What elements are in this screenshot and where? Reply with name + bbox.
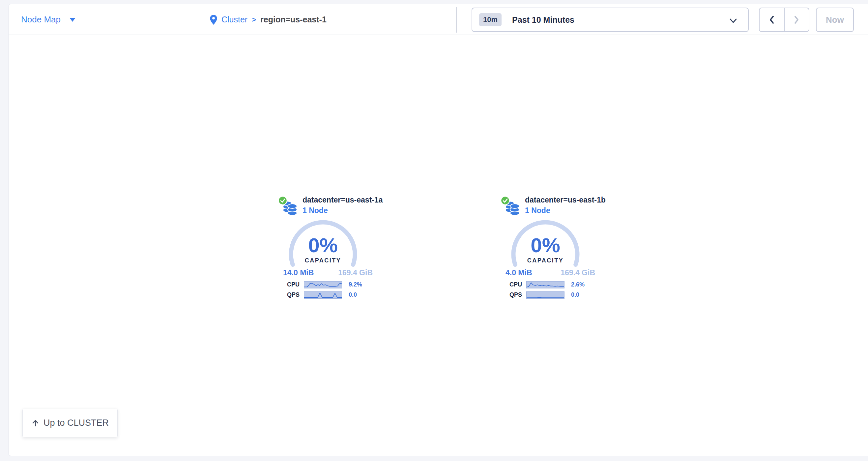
- cpu-value: 9.2%: [349, 281, 362, 288]
- capacity-used: 14.0 MiB: [283, 268, 314, 277]
- breadcrumb: Cluster > region=us-east-1: [210, 4, 327, 35]
- healthy-check-icon: [500, 196, 510, 205]
- header-divider: [457, 7, 457, 33]
- caret-down-icon: [69, 18, 75, 22]
- capacity-values-row: 4.0 MiB 169.4 GiB: [505, 268, 595, 277]
- up-to-cluster-label: Up to CLUSTER: [43, 418, 109, 428]
- page-header: Node Map Cluster > region=us-east-1 10m …: [8, 4, 868, 35]
- capacity-caption: CAPACITY: [290, 257, 356, 264]
- chevron-right-icon: [793, 14, 801, 25]
- now-button[interactable]: Now: [816, 7, 854, 32]
- cpu-label: CPU: [284, 281, 300, 288]
- qps-sparkline: [526, 291, 564, 299]
- cpu-sparkline: [304, 281, 342, 289]
- breadcrumb-separator: >: [252, 15, 256, 24]
- locality-node-count[interactable]: 1 Node: [525, 206, 550, 215]
- qps-metric-row: QPS 0.0: [284, 291, 390, 299]
- up-to-cluster-button[interactable]: Up to CLUSTER: [23, 409, 118, 437]
- locality-name: datacenter=us-east-1b: [525, 196, 606, 204]
- cpu-value: 2.6%: [571, 281, 585, 288]
- healthy-check-icon: [278, 196, 288, 205]
- breadcrumb-cluster-link[interactable]: Cluster: [221, 15, 247, 24]
- capacity-values-row: 14.0 MiB 169.4 GiB: [283, 268, 373, 277]
- time-window-badge: 10m: [479, 13, 501, 26]
- location-pin-icon: [210, 15, 217, 25]
- capacity-caption: CAPACITY: [513, 257, 578, 264]
- qps-metric-row: QPS 0.0: [507, 291, 612, 299]
- next-time-button[interactable]: [785, 8, 809, 31]
- now-button-label: Now: [826, 15, 844, 25]
- qps-sparkline: [304, 291, 342, 299]
- view-selector-dropdown[interactable]: Node Map: [21, 4, 75, 35]
- locality-card-us-east-1a[interactable]: datacenter=us-east-1a 1 Node 0% CAPACITY…: [277, 194, 392, 303]
- view-selector-label: Node Map: [21, 14, 61, 25]
- previous-time-button[interactable]: [760, 8, 785, 31]
- breadcrumb-current: region=us-east-1: [260, 15, 327, 24]
- capacity-percentage: 0%: [513, 233, 578, 257]
- capacity-used: 4.0 MiB: [505, 268, 532, 277]
- qps-value: 0.0: [571, 291, 579, 298]
- chevron-left-icon: [768, 14, 776, 25]
- qps-label: QPS: [284, 291, 300, 298]
- capacity-usable: 169.4 GiB: [338, 268, 373, 277]
- capacity-usable: 169.4 GiB: [561, 268, 595, 277]
- node-map-panel: Node Map Cluster > region=us-east-1 10m …: [8, 4, 868, 456]
- capacity-percentage: 0%: [290, 233, 356, 257]
- chevron-down-icon: [729, 17, 738, 25]
- qps-label: QPS: [507, 291, 522, 298]
- cpu-sparkline: [526, 281, 564, 289]
- time-window-label: Past 10 Minutes: [512, 15, 575, 25]
- locality-name: datacenter=us-east-1a: [303, 196, 383, 204]
- qps-value: 0.0: [349, 291, 357, 298]
- time-window-dropdown[interactable]: 10m Past 10 Minutes: [471, 7, 749, 32]
- locality-node-count[interactable]: 1 Node: [303, 206, 328, 215]
- cpu-label: CPU: [507, 281, 522, 288]
- locality-card-us-east-1b[interactable]: datacenter=us-east-1b 1 Node 0% CAPACITY…: [499, 194, 614, 303]
- time-step-buttons: [759, 7, 809, 32]
- arrow-up-icon: [31, 419, 39, 427]
- cpu-metric-row: CPU 2.6%: [507, 281, 612, 289]
- cpu-metric-row: CPU 9.2%: [284, 281, 390, 289]
